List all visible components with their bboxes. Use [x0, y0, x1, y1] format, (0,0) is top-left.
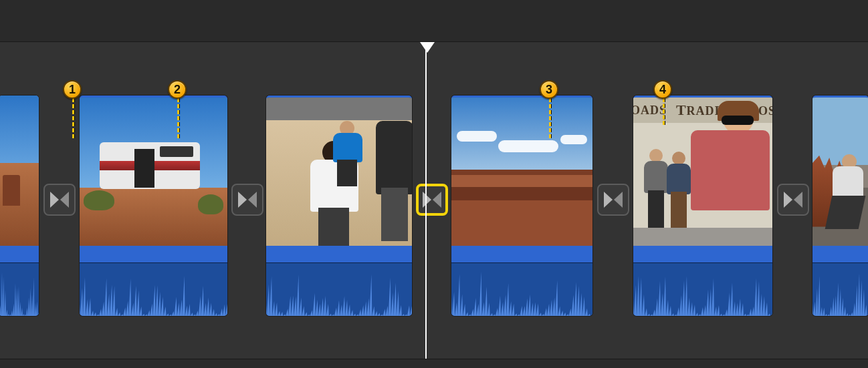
clip-thumbnail [812, 98, 868, 248]
clip-thumbnail [451, 98, 592, 248]
clip-audio-waveform[interactable] [812, 246, 868, 316]
volume-line[interactable] [451, 262, 592, 263]
volume-line[interactable] [812, 262, 868, 263]
timeline-clip[interactable] [0, 96, 39, 316]
chapter-marker[interactable]: 2 [168, 80, 187, 99]
volume-line[interactable] [80, 262, 227, 263]
timeline-clip[interactable] [80, 96, 227, 316]
volume-line[interactable] [0, 262, 39, 263]
chapter-marker[interactable]: 1 [63, 80, 82, 99]
clip-thumbnail [266, 98, 412, 248]
timeline-clip[interactable] [451, 96, 592, 316]
clip-thumbnail [80, 98, 227, 248]
clip-thumbnail: ROADS TRADING POST [633, 98, 772, 248]
toolbar-area [0, 0, 868, 42]
clip-thumbnail [0, 96, 39, 246]
clip-audio-waveform[interactable] [633, 246, 772, 316]
clip-audio-waveform[interactable] [451, 246, 592, 316]
chapter-marker[interactable]: 4 [653, 80, 672, 99]
transition-icon[interactable] [231, 184, 263, 216]
transition-icon[interactable] [416, 184, 448, 216]
chapter-marker[interactable]: 3 [540, 80, 558, 99]
volume-line[interactable] [266, 262, 412, 263]
timeline-clip[interactable] [812, 96, 868, 316]
volume-line[interactable] [633, 262, 772, 263]
clip-audio-waveform[interactable] [80, 246, 227, 316]
timeline-clip[interactable] [266, 96, 412, 316]
transition-icon[interactable] [777, 184, 809, 216]
transition-icon[interactable] [597, 184, 629, 216]
clip-audio-waveform[interactable] [266, 246, 412, 316]
timeline-clip[interactable]: ROADS TRADING POST [633, 96, 772, 316]
bottom-bar [0, 359, 868, 368]
transition-icon[interactable] [43, 184, 76, 216]
clip-audio-waveform[interactable] [0, 246, 39, 316]
